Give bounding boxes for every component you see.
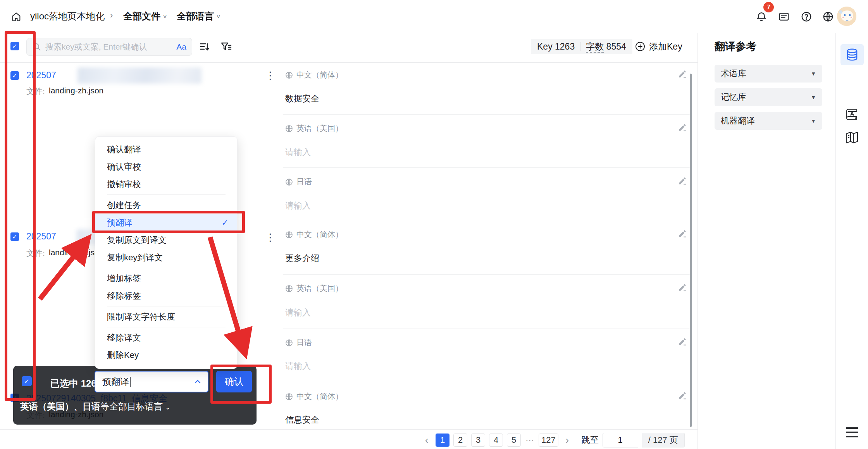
- add-key-button[interactable]: 添加Key: [635, 39, 682, 54]
- map-icon[interactable]: [845, 130, 859, 145]
- filter-icon[interactable]: [220, 40, 232, 53]
- divider: [580, 42, 580, 51]
- translation-value[interactable]: 信息安全: [285, 414, 319, 426]
- divider: [107, 327, 226, 327]
- bell-icon[interactable]: [756, 11, 767, 22]
- divider: [107, 268, 226, 268]
- menu-item-confirm-review[interactable]: 确认审校: [95, 158, 237, 175]
- menu-item-remove-translation[interactable]: 移除译文: [95, 329, 237, 346]
- feedback-card-icon[interactable]: [778, 11, 790, 22]
- chevron-down-icon: ▼: [811, 94, 816, 100]
- row-kebab-menu[interactable]: ⋮: [265, 232, 276, 243]
- edit-icon[interactable]: [677, 69, 687, 79]
- memory-select[interactable]: 记忆库 ▼: [715, 88, 822, 106]
- machine-translation-select[interactable]: 机器翻译 ▼: [715, 112, 822, 130]
- batch-select-checkbox[interactable]: ✓: [22, 376, 32, 386]
- batch-action-menu: 确认翻译 确认审校 撤销审校 创建任务 预翻译 ✓ 复制原文到译文 复制key到…: [95, 136, 238, 369]
- user-avatar[interactable]: [837, 7, 856, 26]
- menu-item-add-tag[interactable]: 增加标签: [95, 270, 237, 287]
- help-icon[interactable]: [801, 11, 812, 22]
- check-icon: ✓: [222, 218, 229, 228]
- edit-icon[interactable]: [677, 282, 687, 292]
- sort-icon[interactable]: [198, 40, 211, 53]
- edit-icon[interactable]: [677, 391, 687, 401]
- edit-icon[interactable]: [677, 229, 687, 239]
- lang-filter-label: 全部语言: [177, 10, 214, 22]
- menu-item-delete-key[interactable]: 删除Key: [95, 346, 237, 364]
- glossary-select[interactable]: 术语库 ▼: [715, 65, 822, 83]
- lang-filter-dropdown[interactable]: 全部语言 ˅: [177, 10, 220, 22]
- translation-placeholder[interactable]: 请输入: [285, 146, 311, 158]
- page-button-4[interactable]: 4: [489, 434, 503, 447]
- divider: [107, 194, 226, 195]
- divider: [283, 274, 691, 275]
- globe-icon: [285, 339, 293, 347]
- translation-placeholder[interactable]: 请输入: [285, 360, 311, 372]
- edit-icon[interactable]: [677, 337, 687, 347]
- edit-icon[interactable]: [677, 122, 687, 132]
- cell-lang: 日语: [285, 177, 312, 187]
- page-button-last[interactable]: 127: [539, 434, 558, 447]
- right-icon-strip: [835, 33, 868, 449]
- breadcrumb-project[interactable]: yiloc落地页本地化: [30, 10, 105, 22]
- reference-db-tab[interactable]: [840, 44, 864, 65]
- menu-item-create-task[interactable]: 创建任务: [95, 196, 237, 214]
- divider: [836, 416, 868, 416]
- search-input[interactable]: 搜索key或文案, Enter键确认 Aa: [26, 38, 192, 56]
- key-link[interactable]: 202507: [26, 70, 56, 81]
- breadcrumb-separator: ›: [110, 10, 113, 21]
- menu-item-pretranslate[interactable]: 预翻译 ✓: [95, 214, 237, 231]
- edit-icon[interactable]: [677, 176, 687, 186]
- glossary-book-icon[interactable]: [845, 108, 859, 122]
- plus-circle-icon: [635, 41, 646, 52]
- app-root: yiloc落地页本地化 › 全部文件 ˅ 全部语言 ˅ 7 ✓: [0, 0, 868, 449]
- hamburger-menu-icon[interactable]: [846, 427, 858, 437]
- key-link[interactable]: 202507: [26, 231, 56, 242]
- chevron-down-icon: ˅: [217, 14, 220, 21]
- row-checkbox[interactable]: ✓: [10, 71, 19, 80]
- menu-item-copy-source[interactable]: 复制原文到译文: [95, 231, 237, 249]
- cell-lang: 中文（简体）: [285, 229, 343, 240]
- top-nav: yiloc落地页本地化 › 全部文件 ˅ 全部语言 ˅ 7: [0, 0, 868, 33]
- page-button-3[interactable]: 3: [471, 434, 485, 447]
- file-name: landing-zh.json: [49, 86, 103, 95]
- home-icon[interactable]: [11, 11, 22, 22]
- divider: [0, 62, 698, 63]
- chevron-down-icon: ˅: [163, 14, 167, 21]
- redacted-key-mask: [78, 67, 202, 84]
- page-ellipsis: ⋯: [525, 435, 535, 445]
- file-filter-dropdown[interactable]: 全部文件 ˅: [123, 10, 167, 22]
- next-page-button[interactable]: ›: [562, 434, 572, 447]
- menu-item-confirm-translation[interactable]: 确认翻译: [95, 141, 237, 158]
- globe-icon: [285, 285, 293, 292]
- prev-page-button[interactable]: ‹: [422, 434, 432, 447]
- check-icon: ✓: [12, 43, 17, 50]
- page-button-2[interactable]: 2: [453, 434, 467, 447]
- menu-item-revoke-review[interactable]: 撤销审校: [95, 175, 237, 193]
- row-kebab-menu[interactable]: ⋮: [265, 71, 276, 81]
- confirm-button[interactable]: 确认: [216, 371, 252, 392]
- text-cursor: [130, 377, 131, 387]
- menu-item-remove-tag[interactable]: 移除标签: [95, 287, 237, 304]
- case-sensitive-toggle[interactable]: Aa: [176, 42, 186, 52]
- translation-placeholder[interactable]: 请输入: [285, 200, 311, 212]
- globe-icon[interactable]: [822, 11, 834, 22]
- list-scrollbar[interactable]: [690, 74, 692, 427]
- batch-action-select[interactable]: 预翻译: [95, 371, 208, 392]
- select-all-checkbox[interactable]: ✓: [10, 42, 19, 50]
- pagination-bar: ‹ 1 2 3 4 5 ⋯ 127 › 跳至 1 / 127 页: [0, 429, 698, 449]
- row-kebab-menu[interactable]: ⋮: [265, 394, 276, 404]
- translation-value[interactable]: 更多介绍: [285, 253, 319, 264]
- menu-item-limit-length[interactable]: 限制译文字符长度: [95, 308, 237, 325]
- jump-to-label: 跳至: [582, 434, 599, 446]
- target-languages-dropdown[interactable]: 英语（美国）、日语等全部目标语言⌄: [20, 401, 170, 413]
- page-button-1[interactable]: 1: [436, 434, 450, 447]
- translation-value[interactable]: 数据安全: [285, 93, 319, 105]
- menu-item-copy-key[interactable]: 复制key到译文: [95, 249, 237, 266]
- row-checkbox[interactable]: ✓: [10, 232, 19, 241]
- file-label: 文件:: [26, 248, 45, 259]
- file-filter-label: 全部文件: [123, 10, 160, 22]
- jump-page-input[interactable]: 1: [603, 433, 638, 447]
- page-button-5[interactable]: 5: [507, 434, 521, 447]
- translation-placeholder[interactable]: 请输入: [285, 307, 311, 318]
